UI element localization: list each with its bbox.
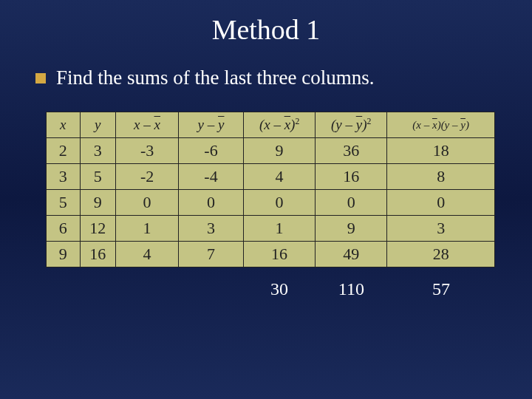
cell: 3 — [47, 164, 81, 190]
cell: 36 — [316, 138, 387, 164]
table-row: 2 3 -3 -6 9 36 18 — [47, 138, 495, 164]
table-header-row: x y x – x y – y (x – x)2 (y – y)2 (x – x… — [47, 112, 495, 138]
sums-row: 30 110 57 — [46, 279, 495, 299]
table-body: 2 3 -3 -6 9 36 18 3 5 -2 -4 4 16 8 5 9 0… — [47, 138, 495, 267]
table-row: 6 12 1 3 1 9 3 — [47, 216, 495, 242]
cell: 2 — [47, 138, 81, 164]
col-header-ydev-sq: (y – y)2 — [316, 112, 387, 138]
data-table-wrap: x y x – x y – y (x – x)2 (y – y)2 (x – x… — [46, 112, 495, 267]
col-header-y: y — [80, 112, 116, 138]
col-header-product: (x – x)(y – y) — [387, 112, 495, 138]
cell: 16 — [316, 164, 387, 190]
cell: 3 — [387, 216, 495, 242]
table-row: 9 16 4 7 16 49 28 — [47, 242, 495, 267]
cell: -2 — [116, 164, 179, 190]
col-header-xdev: x – x — [116, 112, 179, 138]
cell: -4 — [179, 164, 244, 190]
table-row: 3 5 -2 -4 4 16 8 — [47, 164, 495, 190]
sum-ydev-sq: 110 — [316, 279, 387, 299]
bullet-text: Find the sums of the last three columns. — [56, 66, 374, 89]
col-header-x: x — [47, 112, 81, 138]
slide-title: Method 1 — [0, 0, 532, 46]
cell: 7 — [179, 242, 244, 267]
cell: 3 — [80, 138, 116, 164]
cell: 1 — [244, 216, 316, 242]
data-table: x y x – x y – y (x – x)2 (y – y)2 (x – x… — [46, 112, 495, 267]
cell: 18 — [387, 138, 495, 164]
cell: 0 — [179, 190, 244, 216]
cell: -3 — [116, 138, 179, 164]
cell: 0 — [316, 190, 387, 216]
sum-product: 57 — [387, 279, 495, 299]
cell: 9 — [80, 190, 116, 216]
cell: 12 — [80, 216, 116, 242]
cell: 4 — [116, 242, 179, 267]
cell: 5 — [80, 164, 116, 190]
cell: 9 — [244, 138, 316, 164]
cell: 28 — [387, 242, 495, 267]
col-header-ydev: y – y — [179, 112, 244, 138]
cell: 0 — [244, 190, 316, 216]
cell: -6 — [179, 138, 244, 164]
sum-xdev-sq: 30 — [243, 279, 315, 299]
square-bullet-icon — [35, 73, 46, 83]
cell: 49 — [316, 242, 387, 267]
cell: 8 — [387, 164, 495, 190]
cell: 1 — [116, 216, 179, 242]
cell: 0 — [387, 190, 495, 216]
cell: 6 — [47, 216, 81, 242]
cell: 9 — [47, 242, 81, 267]
table-row: 5 9 0 0 0 0 0 — [47, 190, 495, 216]
cell: 16 — [244, 242, 316, 267]
cell: 0 — [116, 190, 179, 216]
cell: 16 — [80, 242, 116, 267]
bullet-line: Find the sums of the last three columns. — [35, 66, 532, 89]
cell: 4 — [244, 164, 316, 190]
cell: 3 — [179, 216, 244, 242]
cell: 5 — [47, 190, 81, 216]
cell: 9 — [316, 216, 387, 242]
col-header-xdev-sq: (x – x)2 — [244, 112, 316, 138]
